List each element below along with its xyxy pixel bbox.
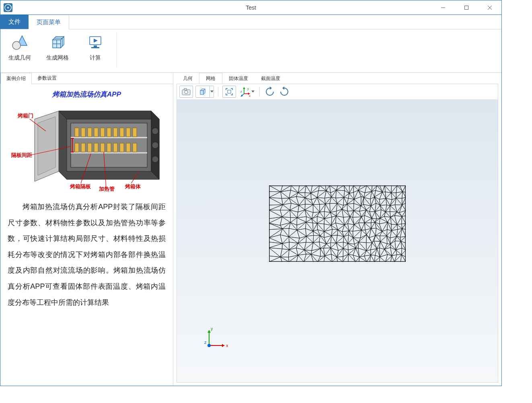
svg-marker-328 xyxy=(359,217,365,223)
gen-geometry-label: 生成几何 xyxy=(8,54,31,62)
svg-marker-337 xyxy=(384,216,391,222)
svg-marker-497 xyxy=(343,242,348,249)
svg-marker-369 xyxy=(354,223,362,230)
svg-rect-41 xyxy=(81,143,85,152)
tab-solid-temp[interactable]: 固体温度 xyxy=(222,73,255,84)
svg-marker-362 xyxy=(331,226,338,230)
svg-marker-613 xyxy=(207,330,211,333)
viewport-3d[interactable]: x y z xyxy=(177,99,498,382)
svg-marker-490 xyxy=(320,244,327,249)
fit-view-button[interactable] xyxy=(222,86,236,98)
svg-marker-417 xyxy=(365,228,371,234)
svg-marker-308 xyxy=(297,218,306,225)
svg-marker-210 xyxy=(395,198,402,205)
svg-marker-187 xyxy=(336,197,344,204)
separator xyxy=(218,87,218,97)
svg-rect-44 xyxy=(101,143,105,152)
svg-marker-562 xyxy=(396,250,401,255)
svg-marker-194 xyxy=(354,199,361,206)
svg-rect-40 xyxy=(75,143,79,152)
svg-marker-77 xyxy=(251,90,255,93)
axis-orientation-button[interactable]: y z x xyxy=(238,86,255,98)
svg-marker-71 xyxy=(243,87,245,89)
svg-marker-316 xyxy=(324,219,331,225)
svg-marker-528 xyxy=(298,250,306,255)
svg-marker-352 xyxy=(297,222,306,230)
tab-geometry[interactable]: 几何 xyxy=(177,73,199,84)
label-door: 烤箱门 xyxy=(17,113,33,119)
svg-marker-164 xyxy=(391,193,396,200)
ribbon-tabs: 文件 页面菜单 xyxy=(0,15,501,29)
ribbon-tab-file[interactable]: 文件 xyxy=(0,15,29,29)
svg-marker-306 xyxy=(290,218,297,225)
svg-marker-264 xyxy=(297,210,306,218)
svg-marker-436 xyxy=(282,237,289,244)
svg-marker-193 xyxy=(354,197,361,206)
svg-marker-214 xyxy=(269,205,283,210)
svg-marker-495 xyxy=(336,242,343,249)
svg-rect-35 xyxy=(107,128,111,137)
ribbon-group: 生成几何 生成 xyxy=(5,33,117,68)
rotate-ccw-button[interactable] xyxy=(264,86,276,98)
tab-mesh[interactable]: 网格 xyxy=(199,73,222,84)
svg-marker-278 xyxy=(342,210,350,218)
svg-marker-498 xyxy=(343,244,349,250)
svg-rect-37 xyxy=(120,128,124,137)
svg-marker-236 xyxy=(347,204,353,212)
svg-marker-421 xyxy=(376,228,382,236)
screenshot-button[interactable] xyxy=(179,86,193,98)
svg-marker-274 xyxy=(330,213,336,217)
compute-button[interactable]: 计算 xyxy=(81,33,110,62)
right-pane: 几何 网格 固体温度 截面温度 xyxy=(173,73,501,386)
label-body: 烤箱体 xyxy=(125,183,141,189)
svg-marker-172 xyxy=(283,198,291,205)
svg-marker-182 xyxy=(317,197,326,204)
geometry-icon xyxy=(10,33,29,52)
svg-marker-216 xyxy=(280,205,290,210)
svg-marker-548 xyxy=(359,251,366,257)
svg-marker-79 xyxy=(282,86,284,90)
svg-rect-61 xyxy=(184,88,187,90)
svg-rect-36 xyxy=(113,128,117,137)
app-window: Test 文件 页面菜单 xyxy=(0,0,502,386)
view-cube-button[interactable] xyxy=(195,86,214,98)
svg-marker-339 xyxy=(390,216,397,225)
svg-rect-67 xyxy=(228,90,231,93)
svg-marker-312 xyxy=(312,219,317,223)
svg-marker-452 xyxy=(336,236,344,243)
left-pane: 案例介绍 参数设置 烤箱加热流场仿真APP xyxy=(0,73,173,386)
svg-marker-393 xyxy=(289,228,297,237)
mesh-render xyxy=(269,185,406,262)
svg-marker-206 xyxy=(386,198,390,206)
gen-geometry-button[interactable]: 生成几何 xyxy=(5,33,34,62)
svg-marker-380 xyxy=(382,222,388,232)
svg-marker-600 xyxy=(379,257,385,262)
svg-marker-228 xyxy=(325,204,331,212)
gen-mesh-button[interactable]: 生成网格 xyxy=(43,33,72,62)
svg-marker-535 xyxy=(324,248,331,256)
axis-triad-icon: y z x xyxy=(239,86,251,98)
svg-marker-188 xyxy=(337,197,344,206)
rotate-cw-icon xyxy=(279,86,290,97)
tab-case-intro[interactable]: 案例介绍 xyxy=(0,73,32,84)
svg-marker-427 xyxy=(392,230,398,236)
svg-marker-176 xyxy=(299,198,305,206)
tab-section-temp[interactable]: 截面温度 xyxy=(255,73,287,84)
svg-rect-39 xyxy=(133,128,137,137)
svg-marker-82 xyxy=(269,185,281,192)
svg-marker-527 xyxy=(296,248,304,255)
tab-param-settings[interactable]: 参数设置 xyxy=(32,73,63,84)
svg-marker-315 xyxy=(325,217,332,226)
ribbon-tab-page[interactable]: 页面菜单 xyxy=(29,15,69,29)
svg-marker-358 xyxy=(317,224,325,232)
svg-marker-566 xyxy=(269,257,282,262)
svg-marker-606 xyxy=(394,255,402,262)
svg-marker-295 xyxy=(390,212,397,217)
rotate-cw-button[interactable] xyxy=(278,86,290,98)
svg-marker-313 xyxy=(317,217,325,224)
svg-point-24 xyxy=(152,128,158,134)
svg-marker-359 xyxy=(324,224,331,232)
svg-marker-590 xyxy=(355,257,359,262)
svg-marker-144 xyxy=(336,190,344,198)
svg-marker-496 xyxy=(336,243,343,251)
